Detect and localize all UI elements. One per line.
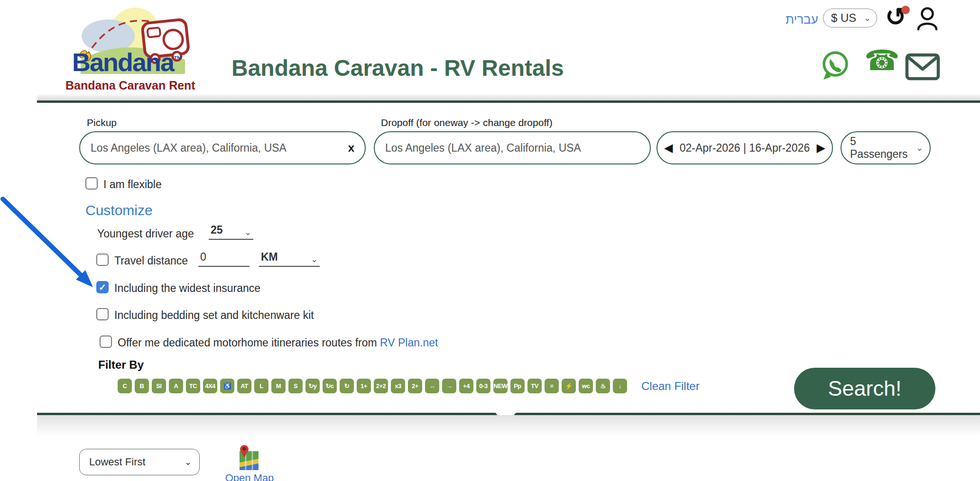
filter-automatic-transmission-icon[interactable]: AT bbox=[237, 379, 251, 393]
filter-rotate-icon[interactable]: ↻ bbox=[340, 379, 354, 393]
results-divider-band bbox=[37, 415, 980, 436]
chevron-down-icon: ⌄ bbox=[311, 255, 318, 263]
site-logo[interactable]: Bandana™ Bandana Caravan Rent bbox=[65, 2, 189, 92]
open-map-label[interactable]: Open Map bbox=[222, 472, 277, 481]
filter-by-label: Filter By bbox=[98, 358, 144, 372]
flexible-checkbox[interactable] bbox=[85, 177, 98, 190]
filter-seats-x3-icon[interactable]: x3 bbox=[391, 379, 405, 393]
date-range-value: 02-Apr-2026 | 16-Apr-2026 bbox=[680, 142, 810, 154]
pickup-input[interactable]: Los Angeles (LAX area), California, USA … bbox=[79, 131, 366, 164]
next-dates-icon[interactable]: ▶ bbox=[817, 141, 825, 154]
passengers-select[interactable]: 5 Passengers ⌄ bbox=[841, 131, 931, 164]
travel-distance-label: Travel distance bbox=[114, 254, 188, 267]
filter-size-small-icon[interactable]: S bbox=[288, 379, 303, 393]
language-link[interactable]: עברית bbox=[786, 12, 818, 27]
itineraries-checkbox[interactable] bbox=[100, 336, 112, 348]
date-range-picker[interactable]: ◀ 02-Apr-2026 | 16-Apr-2026 ▶ bbox=[656, 131, 833, 164]
distance-unit-value: KM bbox=[261, 251, 278, 263]
filter-people-icon[interactable]: Pp bbox=[510, 379, 525, 393]
header-divider-band bbox=[37, 94, 980, 100]
bedding-checkbox[interactable] bbox=[96, 308, 109, 320]
filter-tv-icon[interactable]: TV bbox=[527, 379, 542, 393]
filter-class-a-icon[interactable]: A bbox=[169, 379, 183, 393]
filter-size-medium-icon[interactable]: M bbox=[271, 379, 286, 393]
driver-age-select[interactable]: 25 ⌄ bbox=[209, 224, 253, 240]
filter-bed-icon[interactable]: ≡ bbox=[545, 379, 559, 393]
dropoff-value: Los Angeles (LAX area), California, USA bbox=[385, 142, 581, 154]
filter-truck-camper-icon[interactable]: TC bbox=[186, 379, 200, 393]
filter-family-plus-icon[interactable]: 2+ bbox=[408, 379, 422, 393]
travel-distance-checkbox[interactable] bbox=[96, 254, 109, 266]
phone-button[interactable]: ☎ bbox=[864, 46, 900, 75]
currency-select[interactable]: $ US ⌄ bbox=[823, 9, 877, 27]
filter-extra-person-icon[interactable]: 1+ bbox=[357, 379, 371, 393]
chevron-down-icon: ⌄ bbox=[864, 14, 871, 22]
filter-class-b-icon[interactable]: B bbox=[135, 379, 149, 393]
logo-caption: Bandana Caravan Rent bbox=[65, 79, 190, 92]
itineraries-label: Offer me dedicated motorhome itineraries… bbox=[118, 336, 438, 349]
header-divider-line bbox=[37, 100, 980, 103]
page-title: Bandana Caravan - RV Rentals bbox=[231, 55, 564, 81]
person-icon bbox=[915, 7, 939, 31]
filter-rotate-y-icon[interactable]: ↻y bbox=[305, 379, 320, 393]
whatsapp-button[interactable] bbox=[821, 50, 851, 82]
dropoff-input[interactable]: Los Angeles (LAX area), California, USA bbox=[374, 131, 651, 164]
passengers-value: 5 Passengers bbox=[850, 135, 916, 161]
account-button[interactable] bbox=[915, 7, 939, 33]
pickup-value: Los Angeles (LAX area), California, USA bbox=[91, 142, 287, 154]
rv-rental-search-page: Bandana™ Bandana Caravan Rent Bandana Ca… bbox=[0, 0, 980, 481]
insurance-label: Including the widest insurance bbox=[114, 282, 260, 295]
filter-size-large-icon[interactable]: L bbox=[254, 379, 268, 393]
filter-electricity-icon[interactable]: ⚡ bbox=[562, 379, 576, 393]
bedding-label: Including bedding set and kitchenware ki… bbox=[114, 309, 314, 322]
dropoff-label: Dropoff (for oneway -> change dropoff) bbox=[381, 117, 553, 128]
filter-wheelchair-accessible-icon[interactable]: ♿ bbox=[220, 379, 234, 393]
history-button[interactable]: ↺ bbox=[884, 4, 911, 31]
logo-brand-text: Bandana™ bbox=[72, 47, 181, 77]
search-button[interactable]: Search! bbox=[794, 368, 935, 409]
filter-oneway-icon[interactable]: → bbox=[442, 379, 456, 393]
travel-distance-input[interactable]: 0 bbox=[198, 251, 250, 267]
distance-unit-select[interactable]: KM ⌄ bbox=[259, 251, 320, 267]
envelope-icon bbox=[905, 53, 940, 81]
notification-dot bbox=[901, 6, 910, 14]
clean-filter-link[interactable]: Clean Filter bbox=[641, 380, 700, 393]
trademark-mark: ™ bbox=[174, 54, 181, 64]
customize-toggle[interactable]: Customize bbox=[85, 202, 153, 218]
map-icon bbox=[235, 443, 263, 472]
filter-width-icon[interactable]: ↔ bbox=[425, 379, 439, 393]
flexible-label: I am flexible bbox=[103, 178, 162, 191]
open-map-button[interactable] bbox=[235, 443, 263, 474]
filter-seats-2plus2-icon[interactable]: 2+2 bbox=[374, 379, 388, 393]
filter-4x4-icon[interactable]: 4X4 bbox=[203, 379, 217, 393]
email-button[interactable] bbox=[905, 53, 940, 82]
phone-icon: ☎ bbox=[864, 45, 900, 76]
filter-bus-unload-icon[interactable]: ↓ bbox=[613, 379, 627, 393]
rv-plan-link[interactable]: RV Plan.net bbox=[380, 336, 438, 349]
driver-age-label: Youngest driver age bbox=[97, 227, 194, 240]
whatsapp-icon bbox=[821, 50, 851, 81]
insurance-checkbox[interactable]: ✓ bbox=[96, 281, 109, 293]
filter-baby-0-3-icon[interactable]: 0-3 bbox=[476, 379, 490, 393]
chevron-down-icon: ⌄ bbox=[185, 458, 192, 466]
driver-age-value: 25 bbox=[211, 224, 223, 236]
filter-shower-icon[interactable]: ♨ bbox=[596, 379, 610, 393]
currency-value: $ US bbox=[831, 11, 856, 25]
chevron-down-icon: ⌄ bbox=[916, 144, 923, 152]
prev-dates-icon[interactable]: ◀ bbox=[664, 141, 673, 154]
travel-distance-value: 0 bbox=[200, 251, 206, 263]
sort-value: Lowest First bbox=[89, 456, 146, 468]
filter-new-vehicle-icon[interactable]: NEW bbox=[493, 379, 508, 393]
clear-pickup-button[interactable]: x bbox=[348, 141, 354, 154]
sort-select[interactable]: Lowest First ⌄ bbox=[79, 449, 200, 475]
filter-class-c-icon[interactable]: C bbox=[118, 379, 132, 393]
filter-wc-icon[interactable]: wc bbox=[579, 379, 593, 393]
filter-icons-row: CBSIATC4X4♿ATLMS↻y↻c↻1+2+2x32+↔→+40-3NEW… bbox=[118, 379, 635, 393]
pickup-label: Pickup bbox=[87, 117, 117, 128]
chevron-down-icon: ⌄ bbox=[244, 228, 251, 236]
filter-semi-integrated-icon[interactable]: SI bbox=[152, 379, 166, 393]
filter-rotate-c-icon[interactable]: ↻c bbox=[323, 379, 337, 393]
filter-plus-4-icon[interactable]: +4 bbox=[459, 379, 473, 393]
